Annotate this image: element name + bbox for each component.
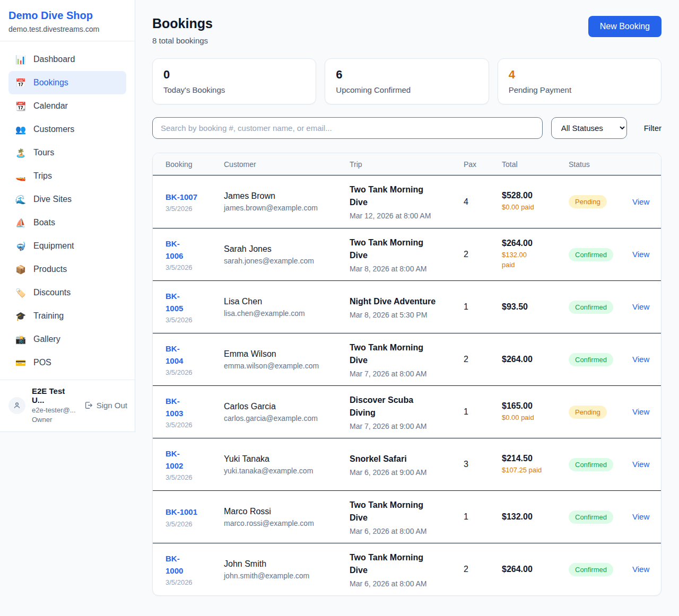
sign-out-button[interactable]: Sign Out <box>84 401 127 410</box>
sailboat-icon: ⛵ <box>15 218 27 228</box>
booking-id-link[interactable]: BK- 1006 <box>166 237 183 262</box>
view-link[interactable]: View <box>632 302 649 311</box>
package-icon: 📦 <box>15 265 27 275</box>
sidebar-item-gallery[interactable]: 📸 Gallery <box>8 328 126 351</box>
people-icon: 👥 <box>15 125 27 135</box>
status-badge: Confirmed <box>569 353 613 366</box>
booking-id-link[interactable]: BK- 1002 <box>166 447 183 472</box>
sidebar-item-label: Equipment <box>33 241 74 251</box>
total-amount: $165.00 <box>502 401 569 411</box>
sidebar-item-label: Calendar <box>33 101 68 111</box>
column-header-total: Total <box>502 160 569 169</box>
trip-datetime: Mar 8, 2026 at 8:00 AM <box>350 265 464 273</box>
status-badge: Pending <box>569 406 607 419</box>
sidebar-item-trips[interactable]: 🚤 Trips <box>8 164 126 188</box>
stat-label: Today's Bookings <box>163 85 305 94</box>
sidebar-nav: 📊 Dashboard 📅 Bookings 📆 Calendar 👥 Cust… <box>0 41 135 380</box>
stat-label: Upcoming Confirmed <box>336 85 477 94</box>
sidebar-item-calendar[interactable]: 📆 Calendar <box>8 94 126 118</box>
trip-datetime: Mar 12, 2026 at 8:00 AM <box>350 212 464 220</box>
customer-name: James Brown <box>224 191 350 201</box>
booking-id-link[interactable]: BK-1007 <box>166 191 197 203</box>
sidebar-item-dashboard[interactable]: 📊 Dashboard <box>8 48 126 71</box>
trip-datetime: Mar 6, 2026 at 8:00 AM <box>350 527 464 535</box>
view-link[interactable]: View <box>632 407 649 416</box>
sidebar-item-dive-sites[interactable]: 🌊 Dive Sites <box>8 188 126 211</box>
new-booking-button[interactable]: New Booking <box>588 16 661 37</box>
sidebar-item-customers[interactable]: 👥 Customers <box>8 118 126 141</box>
sidebar-item-training[interactable]: 🎓 Training <box>8 304 126 328</box>
sidebar-item-label: POS <box>33 358 51 367</box>
pax-count: 1 <box>464 302 502 312</box>
customer-email: john.smith@example.com <box>224 571 350 580</box>
booking-id-link[interactable]: BK-1001 <box>166 506 197 518</box>
view-link[interactable]: View <box>632 512 649 521</box>
paid-amount: $0.00 paid <box>502 203 569 213</box>
booking-id-link[interactable]: BK- 1000 <box>166 552 183 577</box>
page-header: Bookings 8 total bookings New Booking <box>152 16 661 45</box>
stat-cards: 0 Today's Bookings 6 Upcoming Confirmed … <box>152 58 661 104</box>
sidebar-item-equipment[interactable]: 🤿 Equipment <box>8 234 126 258</box>
view-link[interactable]: View <box>632 460 649 469</box>
trip-name: Snorkel Safari <box>350 453 464 465</box>
booking-date: 3/5/2026 <box>166 520 224 528</box>
search-input[interactable] <box>152 117 543 139</box>
sign-out-label: Sign Out <box>97 401 127 410</box>
view-link[interactable]: View <box>632 565 649 574</box>
table-row: BK- 1002 3/5/2026 Yuki Tanaka yuki.tanak… <box>153 438 661 490</box>
booking-id-link[interactable]: BK- 1003 <box>166 395 183 420</box>
trip-datetime: Mar 6, 2026 at 9:00 AM <box>350 468 464 477</box>
booking-id-link[interactable]: BK- 1004 <box>166 342 183 367</box>
sidebar-item-pos[interactable]: 💳 POS <box>8 351 126 374</box>
main-content: Bookings 8 total bookings New Booking 0 … <box>135 0 679 613</box>
booking-id-link[interactable]: BK- 1005 <box>166 290 183 315</box>
trip-datetime: Mar 7, 2026 at 8:00 AM <box>350 369 464 378</box>
customer-email: marco.rossi@example.com <box>224 519 350 527</box>
view-link[interactable]: View <box>632 250 649 259</box>
paid-amount: $132.00 paid <box>502 250 569 270</box>
customer-email: sarah.jones@example.com <box>224 257 350 265</box>
view-link[interactable]: View <box>632 197 649 206</box>
booking-date: 3/5/2026 <box>166 205 224 213</box>
table-body: BK-1007 3/5/2026 James Brown james.brown… <box>153 175 661 595</box>
graduation-cap-icon: 🎓 <box>15 311 27 321</box>
avatar <box>8 397 25 414</box>
pax-count: 4 <box>464 197 502 207</box>
customer-email: carlos.garcia@example.com <box>224 414 350 423</box>
table-row: BK- 1006 3/5/2026 Sarah Jones sarah.jone… <box>153 228 661 280</box>
customer-name: Emma Wilson <box>224 349 350 359</box>
trip-name: Two Tank Morning Dive <box>350 499 464 524</box>
stat-value: 0 <box>163 68 305 82</box>
sidebar-item-tours[interactable]: 🏝️ Tours <box>8 141 126 164</box>
trip-datetime: Mar 8, 2026 at 5:30 PM <box>350 311 464 319</box>
sidebar-item-discounts[interactable]: 🏷️ Discounts <box>8 281 126 304</box>
trip-datetime: Mar 6, 2026 at 8:00 AM <box>350 579 464 588</box>
sidebar-item-label: Products <box>33 265 67 274</box>
total-amount: $528.00 <box>502 191 569 200</box>
status-badge: Pending <box>569 195 607 208</box>
booking-date: 3/5/2026 <box>166 473 224 481</box>
customer-name: Carlos Garcia <box>224 402 350 411</box>
wave-icon: 🌊 <box>15 195 27 205</box>
sidebar-item-products[interactable]: 📦 Products <box>8 258 126 281</box>
status-badge: Confirmed <box>569 301 613 314</box>
user-name: E2E Test U... <box>32 386 77 404</box>
sidebar-item-boats[interactable]: ⛵ Boats <box>8 211 126 234</box>
filter-button[interactable]: Filter <box>644 124 661 133</box>
trip-name: Two Tank Morning Dive <box>350 236 464 262</box>
stat-card: 6 Upcoming Confirmed <box>325 58 489 104</box>
sidebar-item-bookings[interactable]: 📅 Bookings <box>8 71 126 94</box>
customer-email: james.brown@example.com <box>224 204 350 212</box>
booking-date: 3/5/2026 <box>166 368 224 376</box>
sidebar-item-label: Bookings <box>33 78 68 87</box>
stat-card: 0 Today's Bookings <box>152 58 316 104</box>
total-amount: $214.50 <box>502 454 569 463</box>
island-icon: 🏝️ <box>15 148 27 158</box>
table-row: BK-1001 3/5/2026 Marco Rossi marco.rossi… <box>153 490 661 543</box>
customer-email: yuki.tanaka@example.com <box>224 467 350 475</box>
status-select[interactable]: All Statuses <box>551 117 627 139</box>
sidebar-item-label: Tours <box>33 148 54 157</box>
view-link[interactable]: View <box>632 355 649 364</box>
booking-date: 3/5/2026 <box>166 421 224 429</box>
column-header-trip: Trip <box>350 160 464 169</box>
